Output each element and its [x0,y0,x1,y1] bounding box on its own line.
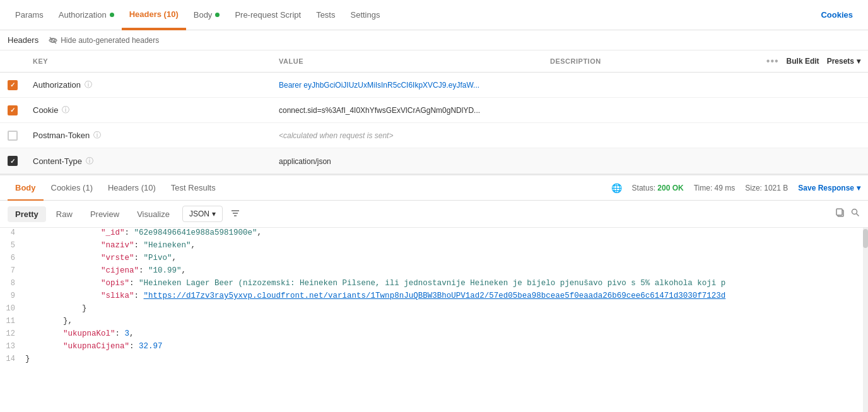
col-header-key: KEY [25,52,271,70]
format-bar: Pretty Raw Preview Visualize JSON ▾ [0,201,868,228]
main-container: Params Authorization Headers (10) Body P… [0,0,868,412]
code-line: 4 "_id": "62e98496641e988a5981900e", [0,228,868,240]
code-line: 7 "cijena": "10.99", [0,266,868,278]
row-key-3: Postman-Token ⓘ [25,125,271,146]
svg-point-7 [852,209,857,215]
body-dot [215,13,220,17]
svg-rect-6 [836,209,842,215]
save-response-button[interactable]: Save Response ▾ [798,184,860,192]
row-checkbox-1[interactable] [0,80,25,90]
row-value-4: application/json [271,151,542,171]
checkbox-unchecked-3[interactable] [8,131,18,141]
tab-tests[interactable]: Tests [308,0,343,30]
response-meta: 🌐 Status: 200 OK Time: 49 ms Size: 1021 … [611,183,860,193]
code-line: 8 "opis": "Heineken Lager Beer (nizozems… [0,278,868,291]
chevron-down-icon: ▾ [857,57,860,66]
presets-button[interactable]: Presets ▾ [827,57,860,66]
fmt-tab-preview[interactable]: Preview [83,206,127,222]
tab-authorization[interactable]: Authorization [51,0,122,30]
json-code-area: 4 "_id": "62e98496641e988a5981900e",5 "n… [0,228,868,412]
row-checkbox-3[interactable] [0,131,25,141]
info-icon-1[interactable]: ⓘ [85,79,92,90]
filter-icon[interactable] [230,208,240,220]
top-section: Params Authorization Headers (10) Body P… [0,0,868,174]
resp-tab-test-results[interactable]: Test Results [163,175,223,201]
eye-icon [49,36,57,45]
resp-tab-cookies[interactable]: Cookies (1) [44,175,100,201]
copy-icon[interactable] [835,208,845,220]
table-row: Content-Type ⓘ application/json [0,148,868,174]
tab-pre-request[interactable]: Pre-request Script [227,0,308,30]
code-line: 10 } [0,303,868,316]
authorization-dot [110,13,114,17]
globe-icon: 🌐 [611,183,622,193]
checkbox-checked-4[interactable] [8,156,18,166]
row-desc-2 [542,105,868,115]
row-desc-4 [542,156,868,166]
info-icon-2[interactable]: ⓘ [62,105,69,115]
checkbox-checked-2[interactable] [8,105,18,115]
fmt-tab-pretty[interactable]: Pretty [8,206,46,222]
row-desc-3 [542,131,868,141]
tab-headers[interactable]: Headers (10) [122,0,186,30]
col-header-value: VALUE [271,52,542,70]
response-section: Body Cookies (1) Headers (10) Test Resul… [0,174,868,412]
format-select[interactable]: JSON ▾ [182,206,223,222]
col-header-actions: ••• Bulk Edit Presets ▾ [759,50,868,72]
code-line: 12 "ukupnaKol": 3, [0,329,868,341]
resp-tab-body[interactable]: Body [8,175,44,201]
fmt-tab-raw[interactable]: Raw [49,206,80,222]
response-status: Status: 200 OK [632,184,684,192]
tab-body[interactable]: Body [186,0,228,30]
row-desc-1 [542,80,868,90]
resp-tab-headers[interactable]: Headers (10) [100,175,163,201]
hide-autogen-btn[interactable]: Hide auto-generated headers [49,36,159,45]
response-size: Size: 1021 B [745,184,788,192]
table-row: Cookie ⓘ connect.sid=s%3AfI_4I0XhYfwsGEx… [0,98,868,123]
search-icon[interactable] [850,208,860,220]
row-checkbox-2[interactable] [0,105,25,115]
table-row: Authorization ⓘ Bearer eyJhbGciOiJIUzUxM… [0,73,868,98]
code-line: 11 }, [0,316,868,329]
chevron-down-icon: ▾ [212,209,216,218]
row-value-1: Bearer eyJhbGciOiJIUzUxMiIsInR5cCI6IkpXV… [271,75,542,95]
table-row: Postman-Token ⓘ <calculated when request… [0,123,868,148]
code-line: 9 "slika": "https://d17zv3ray5yxvp.cloud… [0,291,868,303]
response-tab-bar: Body Cookies (1) Headers (10) Test Resul… [0,175,868,201]
chevron-down-icon: ▾ [857,184,860,192]
checkbox-checked-1[interactable] [8,80,18,90]
tab-settings[interactable]: Settings [343,0,387,30]
code-line: 5 "naziv": "Heineken", [0,240,868,253]
row-key-1: Authorization ⓘ [25,74,271,95]
row-key-4: Content-Type ⓘ [25,151,271,172]
fmt-tab-visualize[interactable]: Visualize [129,206,177,222]
code-line: 6 "vrste": "Pivo", [0,253,868,266]
code-line: 14} [0,354,868,367]
headers-label: Headers [8,35,38,45]
request-tab-bar: Params Authorization Headers (10) Body P… [0,0,868,30]
tab-params[interactable]: Params [8,0,51,30]
more-options-icon[interactable]: ••• [766,56,779,67]
row-value-3: <calculated when request is sent> [271,126,542,145]
bulk-edit-button[interactable]: Bulk Edit [787,57,819,66]
cookies-button[interactable]: Cookies [813,0,860,30]
code-line: 13 "ukupnaCijena": 32.97 [0,341,868,354]
col-header-desc: DESCRIPTION [542,52,759,70]
info-icon-3[interactable]: ⓘ [93,130,101,141]
svg-line-8 [857,214,859,216]
info-icon-4[interactable]: ⓘ [86,156,93,167]
format-actions [835,208,860,220]
scrollbar[interactable] [863,228,868,412]
row-checkbox-4[interactable] [0,156,25,166]
headers-toolbar: Headers Hide auto-generated headers [0,30,868,50]
row-key-2: Cookie ⓘ [25,100,271,121]
headers-table-wrapper: KEY VALUE DESCRIPTION ••• Bulk Edit Pres… [0,50,868,174]
response-time: Time: 49 ms [694,184,736,192]
row-value-2: connect.sid=s%3AfI_4I0XhYfwsGExVlCrAGgNm… [271,100,542,120]
